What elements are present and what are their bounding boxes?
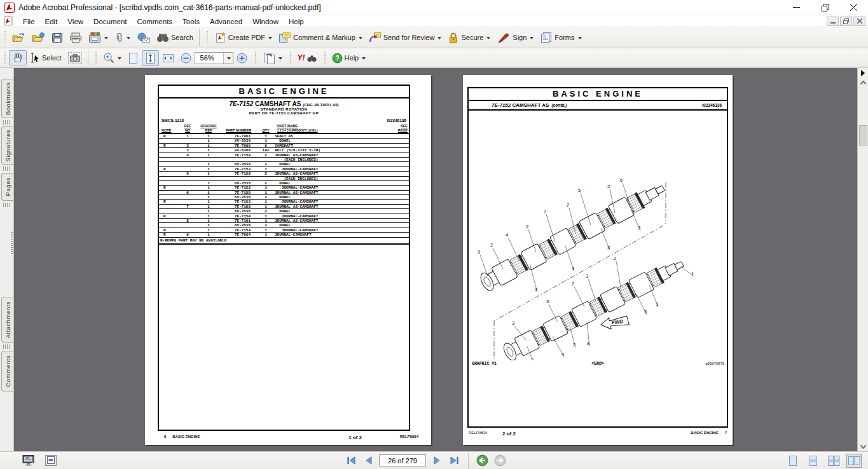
scroll-up-button[interactable] xyxy=(858,78,868,87)
toolbar-grip[interactable] xyxy=(254,51,257,64)
single-page-button[interactable] xyxy=(785,454,801,468)
save-button[interactable] xyxy=(48,31,66,45)
fit-width-icon xyxy=(162,53,174,64)
release-code: RELP0834 xyxy=(469,431,487,435)
comment-markup-icon xyxy=(279,32,291,43)
next-page-button[interactable] xyxy=(430,454,444,467)
zoom-tool-button[interactable] xyxy=(100,50,125,65)
menu-help[interactable]: Help xyxy=(284,17,309,27)
attach-button[interactable] xyxy=(111,31,134,45)
open-button[interactable] xyxy=(9,31,29,45)
title-bar: Adobe Acrobat Professional - [scribd.vpd… xyxy=(0,0,868,15)
zoom-in-button[interactable] xyxy=(233,51,251,65)
menu-tools[interactable]: Tools xyxy=(177,17,205,27)
zoom-level-dropdown[interactable] xyxy=(223,53,233,64)
vertical-scrollbar[interactable] xyxy=(857,68,868,451)
help-label: Help xyxy=(345,54,359,62)
snapshot-button[interactable] xyxy=(65,50,85,66)
forms-button[interactable]: Forms xyxy=(537,30,584,45)
minimize-button[interactable] xyxy=(782,0,811,15)
fullscreen-monitor-icon[interactable] xyxy=(22,454,36,466)
toolbar-grip[interactable] xyxy=(95,51,97,64)
create-pdf-icon xyxy=(214,32,226,43)
scrollbar-thumb[interactable] xyxy=(859,125,867,146)
close-button[interactable] xyxy=(839,0,868,15)
table-row: 16V-35362 DOWEL xyxy=(159,223,409,228)
callout-number: 5 xyxy=(578,187,581,193)
restore-button[interactable] xyxy=(811,0,839,15)
email-button[interactable] xyxy=(134,31,153,45)
open-web-folder-icon xyxy=(32,32,45,43)
pdf-page-1: BASIC ENGINE 7E-7152 CAMSHAFT AS (CHG -0… xyxy=(145,75,431,445)
print-button[interactable] xyxy=(66,31,85,45)
continuous-facing-button[interactable] xyxy=(826,454,841,468)
toolbar-grip[interactable] xyxy=(206,31,209,44)
help-dropdown-arrow xyxy=(362,57,366,62)
tab-bookmarks[interactable]: Bookmarks xyxy=(1,79,13,118)
create-pdf-button[interactable]: Create PDF xyxy=(211,30,275,45)
page-number-input[interactable] xyxy=(379,454,426,466)
callout-number: 7 xyxy=(544,208,546,214)
hand-tool-button[interactable] xyxy=(9,50,27,65)
page-display-button[interactable] xyxy=(259,50,286,66)
next-view-button[interactable] xyxy=(493,454,507,467)
pane-toggle-button[interactable] xyxy=(858,68,868,78)
select-tool-button[interactable]: Select xyxy=(27,51,65,65)
doc-close-button[interactable] xyxy=(853,17,865,26)
search-button[interactable]: Search xyxy=(153,31,196,44)
organizer-button[interactable] xyxy=(85,31,111,45)
toolbar-grip[interactable] xyxy=(4,31,6,44)
part-number-title: 7E-7152 xyxy=(229,100,253,107)
zoom-out-button[interactable] xyxy=(177,51,195,65)
menu-advanced[interactable]: Advanced xyxy=(205,17,247,27)
continuous-button[interactable] xyxy=(806,454,821,468)
menu-comments[interactable]: Comments xyxy=(132,17,178,27)
tab-signatures[interactable]: Signatures xyxy=(1,126,13,165)
secure-button[interactable]: Secure xyxy=(444,30,493,45)
pane-splitter-handle[interactable] xyxy=(11,232,13,254)
yahoo-search-button[interactable]: Y! xyxy=(294,51,320,64)
camera-icon xyxy=(68,52,82,64)
acrobat-app-icon xyxy=(4,3,15,13)
tab-pages[interactable]: Pages xyxy=(1,173,13,201)
secure-label: Secure xyxy=(461,34,483,41)
create-pdf-label: Create PDF xyxy=(228,34,265,41)
fit-page-icon xyxy=(128,52,139,64)
menu-file[interactable]: File xyxy=(18,17,40,27)
sign-button[interactable]: Sign xyxy=(493,30,537,45)
menu-window[interactable]: Window xyxy=(247,17,284,27)
previous-view-button[interactable] xyxy=(475,454,489,467)
pdf-document-icon xyxy=(4,17,13,25)
page2-content-box: BASIC ENGINE 7E-7152 CAMSHAFT AS(contd.)… xyxy=(467,87,728,428)
scrollbar-track[interactable] xyxy=(858,87,868,442)
page-view-icon[interactable] xyxy=(45,454,57,466)
help-button[interactable]: ? Help xyxy=(329,51,369,65)
zoom-level-combobox[interactable]: 56% xyxy=(195,52,233,64)
toolbar-grip[interactable] xyxy=(4,51,6,64)
toolbar-grip[interactable] xyxy=(289,51,292,64)
first-page-button[interactable] xyxy=(343,454,357,467)
fit-width-button[interactable] xyxy=(159,51,177,65)
scroll-down-button[interactable] xyxy=(858,442,868,451)
organizer-icon xyxy=(88,32,101,43)
send-for-review-icon xyxy=(369,32,382,43)
tab-attachments[interactable]: Attachments xyxy=(1,297,13,343)
acrobat-window: Adobe Acrobat Professional - [scribd.vpd… xyxy=(0,0,868,469)
toolbar-grip[interactable] xyxy=(324,51,326,64)
send-for-review-button[interactable]: Send for Review xyxy=(366,30,445,45)
yahoo-binoculars-icon xyxy=(307,54,317,62)
open-web-button[interactable] xyxy=(29,31,48,45)
doc-minimize-button[interactable] xyxy=(827,17,839,26)
comment-markup-button[interactable]: Comment & Markup xyxy=(275,30,366,45)
previous-page-button[interactable] xyxy=(361,454,375,467)
facing-pages-button[interactable] xyxy=(846,454,862,468)
last-page-button[interactable] xyxy=(448,454,462,467)
menu-view[interactable]: View xyxy=(62,17,88,27)
fit-height-button[interactable] xyxy=(142,50,159,66)
doc-restore-button[interactable] xyxy=(840,17,852,26)
menu-document[interactable]: Document xyxy=(88,17,132,27)
document-area[interactable]: BASIC ENGINE 7E-7152 CAMSHAFT AS (CHG -0… xyxy=(14,68,857,451)
menu-edit[interactable]: Edit xyxy=(40,17,63,27)
fit-page-button[interactable] xyxy=(125,50,142,66)
tab-comments[interactable]: Comments xyxy=(1,351,13,391)
